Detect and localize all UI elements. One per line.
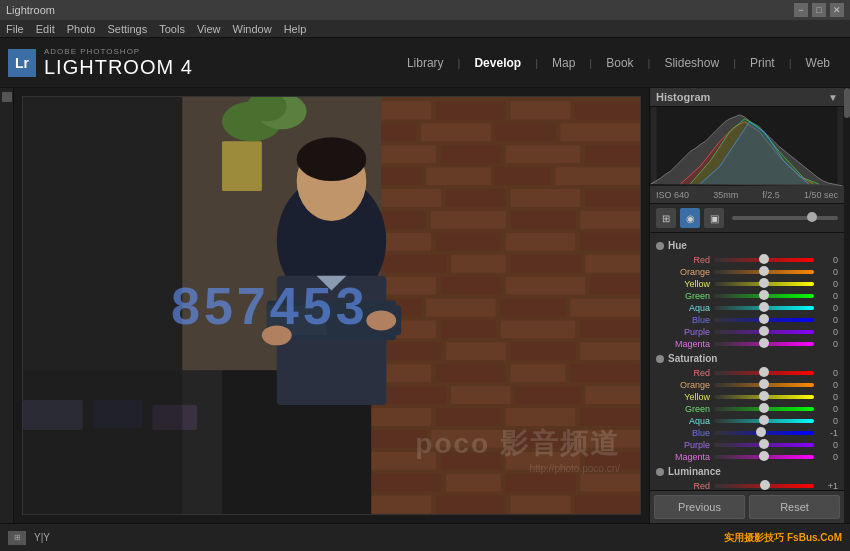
- hue-toggle[interactable]: [656, 242, 664, 250]
- menu-settings[interactable]: Settings: [107, 23, 147, 35]
- tab-map[interactable]: Map: [544, 52, 583, 74]
- sat-purple-row: Purple 0: [650, 439, 844, 451]
- menu-edit[interactable]: Edit: [36, 23, 55, 35]
- maximize-button[interactable]: □: [812, 3, 826, 17]
- tab-web[interactable]: Web: [798, 52, 838, 74]
- sat-yellow-thumb[interactable]: [759, 391, 769, 401]
- scrollbar-thumb[interactable]: [844, 88, 850, 118]
- hue-blue-slider[interactable]: [714, 318, 814, 322]
- hue-aqua-slider[interactable]: [714, 306, 814, 310]
- tab-library[interactable]: Library: [399, 52, 452, 74]
- svg-rect-101: [837, 107, 843, 184]
- sat-green-thumb[interactable]: [759, 403, 769, 413]
- lum-toggle[interactable]: [656, 468, 664, 476]
- histogram-header: Histogram ▼: [650, 88, 844, 107]
- sat-magenta-thumb[interactable]: [759, 451, 769, 461]
- sat-orange-value: 0: [818, 380, 838, 390]
- histogram-expand-icon[interactable]: ▼: [828, 92, 838, 103]
- hue-blue-thumb[interactable]: [759, 314, 769, 324]
- tab-book[interactable]: Book: [598, 52, 641, 74]
- menu-tools[interactable]: Tools: [159, 23, 185, 35]
- svg-rect-19: [371, 189, 441, 207]
- right-scrollbar[interactable]: [844, 88, 850, 523]
- svg-rect-48: [446, 342, 506, 360]
- svg-rect-65: [511, 430, 571, 448]
- menu-file[interactable]: File: [6, 23, 24, 35]
- sat-green-row: Green 0: [650, 403, 844, 415]
- circle-tool[interactable]: ◉: [680, 208, 700, 228]
- svg-rect-40: [426, 299, 496, 317]
- svg-rect-71: [371, 474, 441, 492]
- sliders-panel[interactable]: Hue Red 0 Orange 0 Yellow: [650, 233, 844, 490]
- hue-purple-slider[interactable]: [714, 330, 814, 334]
- sat-blue-slider[interactable]: [714, 431, 814, 435]
- menu-view[interactable]: View: [197, 23, 221, 35]
- hue-magenta-slider[interactable]: [714, 342, 814, 346]
- menu-photo[interactable]: Photo: [67, 23, 96, 35]
- hue-magenta-thumb[interactable]: [759, 338, 769, 348]
- menu-help[interactable]: Help: [284, 23, 307, 35]
- sat-purple-value: 0: [818, 440, 838, 450]
- app-header: Lr ADOBE PHOTOSHOP LIGHTROOM 4 Library |…: [0, 38, 850, 88]
- hue-purple-thumb[interactable]: [759, 326, 769, 336]
- main-content: 857453 poco 影音频道 http://photo.poco.cn/ H…: [0, 88, 850, 523]
- hue-orange-slider[interactable]: [714, 270, 814, 274]
- hue-orange-thumb[interactable]: [759, 266, 769, 276]
- sat-orange-thumb[interactable]: [759, 379, 769, 389]
- svg-rect-45: [501, 320, 576, 338]
- tab-slideshow[interactable]: Slideshow: [656, 52, 727, 74]
- menu-window[interactable]: Window: [233, 23, 272, 35]
- sat-orange-slider[interactable]: [714, 383, 814, 387]
- svg-rect-61: [506, 408, 576, 426]
- lum-red-slider[interactable]: [714, 484, 814, 488]
- hue-yellow-thumb[interactable]: [759, 278, 769, 288]
- minimize-button[interactable]: −: [794, 3, 808, 17]
- hue-green-slider[interactable]: [714, 294, 814, 298]
- view-mode-icon[interactable]: ⊞: [8, 531, 26, 545]
- grid-tool[interactable]: ⊞: [656, 208, 676, 228]
- reset-button[interactable]: Reset: [749, 495, 840, 519]
- window-controls: − □ ✕: [794, 3, 844, 17]
- svg-rect-4: [436, 101, 506, 119]
- previous-button[interactable]: Previous: [654, 495, 745, 519]
- sat-yellow-slider[interactable]: [714, 395, 814, 399]
- histogram-label: Histogram: [656, 91, 710, 103]
- hue-orange-value: 0: [818, 267, 838, 277]
- tool-slider[interactable]: [732, 216, 838, 220]
- hue-red-thumb[interactable]: [759, 254, 769, 264]
- left-panel-toggle[interactable]: [2, 92, 12, 102]
- hue-red-slider[interactable]: [714, 258, 814, 262]
- sat-magenta-slider[interactable]: [714, 455, 814, 459]
- hue-title: Hue: [668, 240, 687, 251]
- sat-toggle[interactable]: [656, 355, 664, 363]
- sat-purple-slider[interactable]: [714, 443, 814, 447]
- svg-point-93: [262, 325, 292, 345]
- hue-yellow-value: 0: [818, 279, 838, 289]
- tab-develop[interactable]: Develop: [466, 52, 529, 74]
- svg-rect-57: [516, 386, 581, 404]
- sat-title: Saturation: [668, 353, 717, 364]
- sat-green-slider[interactable]: [714, 407, 814, 411]
- square-tool[interactable]: ▣: [704, 208, 724, 228]
- sat-red-slider[interactable]: [714, 371, 814, 375]
- svg-rect-10: [560, 123, 640, 141]
- svg-rect-34: [585, 255, 640, 273]
- sat-blue-thumb[interactable]: [756, 427, 766, 437]
- tab-print[interactable]: Print: [742, 52, 783, 74]
- photo-container[interactable]: 857453 poco 影音频道 http://photo.poco.cn/: [22, 96, 641, 515]
- hue-green-thumb[interactable]: [759, 290, 769, 300]
- svg-rect-22: [585, 189, 640, 207]
- hue-yellow-slider[interactable]: [714, 282, 814, 286]
- sat-aqua-slider[interactable]: [714, 419, 814, 423]
- lum-red-thumb[interactable]: [760, 480, 770, 490]
- hue-aqua-thumb[interactable]: [759, 302, 769, 312]
- sat-red-thumb[interactable]: [759, 367, 769, 377]
- svg-rect-28: [436, 233, 501, 251]
- left-strip: [0, 88, 14, 523]
- hue-aqua-label: Aqua: [662, 303, 710, 313]
- hue-yellow-row: Yellow 0: [650, 278, 844, 290]
- close-button[interactable]: ✕: [830, 3, 844, 17]
- sat-aqua-thumb[interactable]: [759, 415, 769, 425]
- sat-purple-thumb[interactable]: [759, 439, 769, 449]
- svg-rect-54: [570, 364, 640, 382]
